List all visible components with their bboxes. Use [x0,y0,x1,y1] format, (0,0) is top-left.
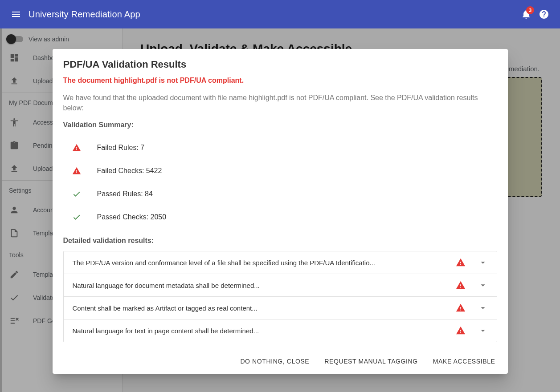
summary-row-failed-rules: Failed Rules: 7 [63,136,497,159]
detailed-list: The PDF/UA version and conformance level… [63,251,497,342]
make-accessible-button[interactable]: Make Accessible [428,353,501,369]
compliance-status: The document highlight.pdf is not PDF/UA… [63,77,497,85]
chevron-down-icon [478,258,488,267]
warning-icon [456,303,466,313]
modal-overlay: PDF/UA Validation Results The document h… [0,28,560,392]
detailed-heading: Detailed validation results: [63,237,497,245]
menu-button[interactable] [7,5,25,23]
detailed-text: Natural language for document metadata s… [73,282,456,289]
detailed-row[interactable]: The PDF/UA version and conformance level… [64,251,497,274]
chevron-down-icon [478,280,488,290]
check-icon [72,190,81,198]
notification-badge: 3 [526,6,534,14]
dialog-actions: Do nothing, close Request Manual Tagging… [53,349,508,374]
request-manual-tagging-button[interactable]: Request Manual Tagging [319,353,423,369]
summary-row-failed-checks: Failed Checks: 5422 [63,159,497,182]
summary-list: Failed Rules: 7 Failed Checks: 5422 Pass… [63,136,497,229]
chevron-down-icon [478,303,488,313]
check-icon [72,213,81,222]
summary-label: Failed Checks: 5422 [97,167,162,175]
notifications-button[interactable]: 3 [517,5,535,23]
dialog-title: PDF/UA Validation Results [63,59,497,70]
summary-label: Passed Rules: 84 [97,190,153,198]
summary-heading: Validation Summary: [63,121,497,129]
summary-row-passed-checks: Passed Checks: 2050 [63,206,497,229]
detailed-text: The PDF/UA version and conformance level… [73,259,456,267]
hamburger-icon [11,9,21,20]
dialog-body[interactable]: PDF/UA Validation Results The document h… [53,49,508,349]
warning-icon [456,258,466,267]
app-title: University Remediation App [29,9,140,20]
detailed-row[interactable]: Content shall be marked as Artifact or t… [64,297,497,319]
warning-icon [72,143,81,152]
dialog-intro: We have found that the uploaded document… [63,93,497,113]
close-button[interactable]: Do nothing, close [235,353,315,369]
warning-icon [72,166,81,175]
warning-icon [456,326,466,335]
help-icon [539,9,549,20]
summary-row-passed-rules: Passed Rules: 84 [63,182,497,206]
detailed-text: Natural language for text in page conten… [73,327,456,335]
detailed-row[interactable]: Natural language for document metadata s… [64,274,497,297]
help-button[interactable] [535,5,553,23]
app-header: University Remediation App 3 [0,0,560,28]
warning-icon [456,280,466,290]
summary-label: Passed Checks: 2050 [97,213,167,221]
detailed-row[interactable]: Natural language for text in page conten… [64,319,497,342]
summary-label: Failed Rules: 7 [97,144,145,152]
chevron-down-icon [478,326,488,335]
validation-results-dialog: PDF/UA Validation Results The document h… [53,49,508,374]
detailed-text: Content shall be marked as Artifact or t… [73,304,456,312]
